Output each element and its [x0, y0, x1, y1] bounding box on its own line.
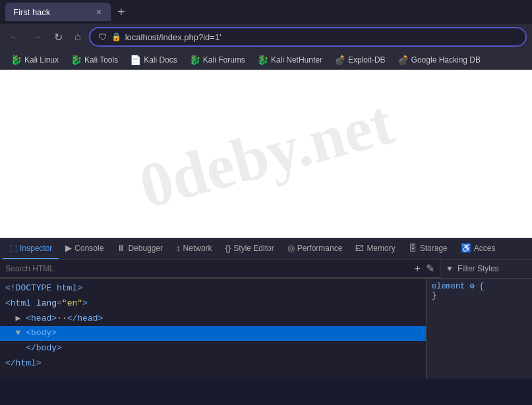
inspector-label: Inspector	[20, 244, 52, 253]
console-icon: ▶	[65, 243, 72, 253]
kali-nethunter-icon: 🐉	[257, 55, 268, 65]
network-icon: ↕	[176, 243, 181, 253]
bookmark-kali-tools[interactable]: 🐉 Kali Tools	[65, 53, 123, 67]
filter-styles-label: Filter Styles	[458, 264, 499, 273]
storage-icon: 🗄	[409, 243, 417, 253]
devtools-content: <!DOCTYPE html> <html lang="en"> ▶ <head…	[0, 279, 532, 379]
filter-icon: ▼	[446, 264, 454, 273]
html-search-bar: + ✎	[0, 259, 440, 278]
html-line-html: <html lang="en">	[0, 296, 426, 311]
devtools-tab-network[interactable]: ↕ Network	[169, 238, 219, 259]
styles-element-selector: element ⚙ {	[432, 281, 527, 291]
kali-docs-icon: 📄	[130, 55, 141, 65]
kali-linux-label: Kali Linux	[24, 55, 59, 65]
storage-label: Storage	[420, 244, 448, 253]
page-content: 0deby.net	[0, 70, 532, 238]
kali-tools-icon: 🐉	[71, 55, 82, 65]
browser-chrome: First hack × + ← → ↻ ⌂ 🛡 🔒 localhost/ind…	[0, 0, 532, 70]
debugger-label: Debugger	[128, 244, 163, 253]
devtools-tab-debugger[interactable]: ⏸ Debugger	[110, 238, 169, 259]
bookmark-google-hacking-db[interactable]: 💣 Google Hacking DB	[392, 53, 486, 67]
google-hacking-db-label: Google Hacking DB	[411, 55, 481, 65]
kali-linux-icon: 🐉	[11, 55, 22, 65]
pick-element-button[interactable]: ✎	[426, 262, 434, 275]
html-line-body[interactable]: ▼ <body>	[0, 326, 426, 341]
styles-close-brace: }	[432, 291, 527, 300]
accessibility-label: Acces	[474, 244, 496, 253]
bookmark-kali-nethunter[interactable]: 🐉 Kali NetHunter	[252, 53, 328, 67]
devtools-tab-style-editor[interactable]: {} Style Editor	[219, 238, 281, 259]
bookmark-kali-docs[interactable]: 📄 Kali Docs	[125, 53, 183, 67]
network-label: Network	[183, 244, 212, 253]
reload-button[interactable]: ↻	[50, 28, 67, 46]
devtools-tab-accessibility[interactable]: ♿ Acces	[454, 238, 502, 259]
kali-tools-label: Kali Tools	[84, 55, 118, 65]
search-html-input[interactable]	[5, 264, 409, 273]
performance-label: Performance	[297, 244, 343, 253]
bookmark-kali-linux[interactable]: 🐉 Kali Linux	[5, 53, 64, 67]
new-tab-button[interactable]: +	[113, 5, 129, 20]
watermark: 0deby.net	[132, 85, 400, 223]
tab-bar: First hack × +	[0, 0, 532, 24]
nav-bar: ← → ↻ ⌂ 🛡 🔒 localhost/index.php?id=1'	[0, 24, 532, 50]
performance-icon: ◎	[287, 243, 295, 253]
url-text: localhost/index.php?id=1'	[125, 32, 517, 42]
styles-panel: element ⚙ { }	[427, 279, 532, 379]
filter-styles-section: ▼ Filter Styles	[440, 259, 532, 278]
kali-docs-label: Kali Docs	[144, 55, 177, 65]
address-bar[interactable]: 🛡 🔒 localhost/index.php?id=1'	[89, 27, 527, 47]
devtools-tab-console[interactable]: ▶ Console	[59, 238, 110, 259]
html-panel: <!DOCTYPE html> <html lang="en"> ▶ <head…	[0, 279, 427, 379]
memory-label: Memory	[367, 244, 395, 253]
exploit-db-icon: 💣	[334, 55, 345, 65]
devtools-toolbar: ⬚ Inspector ▶ Console ⏸ Debugger ↕ Netwo…	[0, 238, 532, 259]
active-tab[interactable]: First hack ×	[5, 3, 111, 21]
kali-nethunter-label: Kali NetHunter	[271, 55, 322, 65]
bookmark-exploit-db[interactable]: 💣 Exploit-DB	[329, 53, 391, 67]
tab-close-button[interactable]: ×	[95, 7, 103, 17]
forward-button[interactable]: →	[28, 28, 46, 45]
bookmark-kali-forums[interactable]: 🐉 Kali Forums	[184, 53, 251, 67]
style-editor-label: Style Editor	[233, 244, 274, 253]
html-line-body-close: </body>	[0, 341, 426, 356]
shield-icon: 🛡	[98, 32, 107, 42]
devtools-tab-inspector[interactable]: ⬚ Inspector	[3, 238, 59, 259]
html-line-html-close: </html>	[0, 356, 426, 371]
add-node-button[interactable]: +	[415, 263, 421, 275]
lock-icon: 🔒	[111, 32, 121, 41]
search-row: + ✎ ▼ Filter Styles	[0, 259, 532, 279]
debugger-icon: ⏸	[117, 243, 125, 253]
html-line-doctype: <!DOCTYPE html>	[0, 281, 426, 296]
home-button[interactable]: ⌂	[71, 28, 85, 45]
tab-title: First hack	[13, 7, 50, 17]
exploit-db-label: Exploit-DB	[348, 55, 386, 65]
style-editor-icon: {}	[225, 243, 231, 253]
search-actions: + ✎	[415, 262, 434, 275]
bookmarks-bar: 🐉 Kali Linux 🐉 Kali Tools 📄 Kali Docs 🐉 …	[0, 50, 532, 70]
devtools-panel: ⬚ Inspector ▶ Console ⏸ Debugger ↕ Netwo…	[0, 238, 532, 379]
inspector-icon: ⬚	[9, 243, 17, 253]
devtools-tab-performance[interactable]: ◎ Performance	[281, 238, 349, 259]
kali-forums-label: Kali Forums	[203, 55, 245, 65]
memory-icon: 🗠	[355, 243, 364, 253]
html-line-head: ▶ <head>··</head>	[0, 311, 426, 327]
kali-forums-icon: 🐉	[189, 55, 200, 65]
console-label: Console	[74, 244, 103, 253]
accessibility-icon: ♿	[461, 243, 471, 253]
google-hacking-db-icon: 💣	[398, 55, 409, 65]
devtools-tab-memory[interactable]: 🗠 Memory	[349, 238, 401, 259]
devtools-tab-storage[interactable]: 🗄 Storage	[402, 238, 454, 259]
back-button[interactable]: ←	[5, 28, 24, 45]
